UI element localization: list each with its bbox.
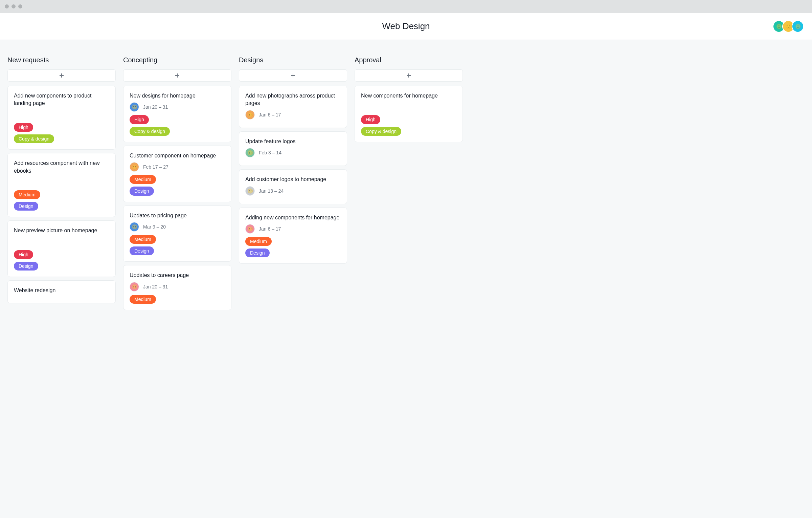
board-column: ConceptingNew designs for homepage🙂Jan 2… [123, 56, 231, 314]
assignee-avatar[interactable]: 🙂 [130, 162, 139, 172]
card-title: Add new components to product landing pa… [14, 92, 109, 107]
card-tags: HighDesign [14, 250, 109, 271]
tag[interactable]: Design [130, 246, 154, 255]
task-card[interactable]: New components for homepageHighCopy & de… [355, 86, 463, 142]
card-date: Jan 6 – 17 [259, 112, 281, 117]
tag[interactable]: Medium [130, 175, 156, 184]
task-card[interactable]: Add new photographs across product pages… [239, 86, 347, 128]
card-meta: 🙂Mar 9 – 20 [130, 222, 225, 232]
card-title: Add resources component with new ebooks [14, 159, 109, 175]
card-spacer [14, 110, 109, 120]
card-tags: HighCopy & design [361, 115, 456, 135]
card-date: Mar 9 – 20 [143, 224, 166, 230]
tag[interactable]: Design [130, 187, 154, 195]
task-card[interactable]: New designs for homepage🙂Jan 20 – 31High… [123, 86, 231, 142]
card-meta: 🙂Feb 3 – 14 [245, 148, 341, 157]
card-date: Jan 20 – 31 [143, 284, 168, 289]
tag[interactable]: Copy & design [361, 127, 401, 136]
card-title: Update feature logos [245, 138, 341, 145]
card-spacer [14, 237, 109, 247]
card-meta: 🙂Feb 17 – 27 [130, 162, 225, 172]
card-meta: 🙂Jan 6 – 17 [245, 224, 341, 234]
column-title: Designs [239, 56, 347, 64]
card-tags: Medium [130, 295, 225, 304]
add-card-button[interactable] [239, 69, 347, 82]
member-avatars[interactable]: 🙂🙂🙂 [775, 20, 804, 33]
card-title: Adding new components for homepage [245, 214, 341, 221]
plus-icon [175, 73, 180, 78]
plus-icon [406, 73, 411, 78]
column-title: New requests [7, 56, 116, 64]
tag[interactable]: High [14, 250, 33, 259]
task-card[interactable]: New preview picture on homepageHighDesig… [7, 220, 116, 277]
assignee-avatar[interactable]: 🙂 [245, 224, 255, 234]
card-date: Feb 17 – 27 [143, 164, 168, 170]
card-tags: MediumDesign [245, 237, 341, 257]
task-card[interactable]: Add resources component with new ebooksM… [7, 153, 116, 217]
card-title: New components for homepage [361, 92, 456, 100]
window-titlebar [0, 0, 812, 13]
column-title: Approval [355, 56, 463, 64]
card-spacer [14, 177, 109, 187]
task-card[interactable]: Update feature logos🙂Feb 3 – 14 [239, 131, 347, 166]
assignee-avatar[interactable]: 🙂 [245, 110, 255, 120]
assignee-avatar[interactable]: 🙂 [245, 148, 255, 157]
board-column: ApprovalNew components for homepageHighC… [355, 56, 463, 146]
card-tags: MediumDesign [130, 235, 225, 255]
assignee-avatar[interactable]: 🙂 [130, 282, 139, 292]
card-tags: HighCopy & design [14, 123, 109, 143]
tag[interactable]: Medium [130, 295, 156, 304]
tag[interactable]: Design [14, 202, 38, 211]
card-title: New preview picture on homepage [14, 227, 109, 234]
column-title: Concepting [123, 56, 231, 64]
tag[interactable]: Copy & design [130, 127, 170, 136]
tag[interactable]: High [14, 123, 33, 132]
tag[interactable]: Medium [14, 190, 40, 199]
tag[interactable]: Medium [245, 237, 272, 246]
task-card[interactable]: Website redesign [7, 280, 116, 303]
task-card[interactable]: Updates to pricing page🙂Mar 9 – 20Medium… [123, 206, 231, 262]
card-meta: 🙂Jan 20 – 31 [130, 102, 225, 112]
card-title: Add new photographs across product pages [245, 92, 341, 107]
board-column: New requestsAdd new components to produc… [7, 56, 116, 307]
board-column: DesignsAdd new photographs across produc… [239, 56, 347, 267]
tag[interactable]: Design [14, 262, 38, 271]
card-date: Feb 3 – 14 [259, 150, 281, 155]
task-card[interactable]: Adding new components for homepage🙂Jan 6… [239, 208, 347, 264]
window-dot [18, 4, 22, 8]
card-meta: 🙂Jan 6 – 17 [245, 110, 341, 120]
add-card-button[interactable] [123, 69, 231, 82]
card-tags: MediumDesign [14, 190, 109, 211]
assignee-avatar[interactable]: 🙂 [130, 102, 139, 112]
card-date: Jan 20 – 31 [143, 104, 168, 110]
tag[interactable]: Design [245, 249, 270, 257]
add-card-button[interactable] [7, 69, 116, 82]
card-title: Website redesign [14, 287, 109, 294]
board: New requestsAdd new components to produc… [0, 40, 812, 314]
card-tags: MediumDesign [130, 175, 225, 195]
tag[interactable]: Medium [130, 235, 156, 244]
card-spacer [361, 102, 456, 112]
avatar[interactable]: 🙂 [792, 20, 804, 33]
plus-icon [59, 73, 64, 78]
task-card[interactable]: Add new components to product landing pa… [7, 86, 116, 150]
card-meta: 🙂Jan 13 – 24 [245, 186, 341, 196]
board-title: Web Design [382, 21, 430, 31]
card-meta: 🙂Jan 20 – 31 [130, 282, 225, 292]
card-title: Updates to careers page [130, 272, 225, 279]
tag[interactable]: High [361, 115, 380, 124]
card-title: Customer component on homepage [130, 152, 225, 159]
task-card[interactable]: Customer component on homepage🙂Feb 17 – … [123, 146, 231, 202]
assignee-avatar[interactable]: 🙂 [245, 186, 255, 196]
card-tags: HighCopy & design [130, 115, 225, 135]
tag[interactable]: Copy & design [14, 134, 54, 143]
assignee-avatar[interactable]: 🙂 [130, 222, 139, 232]
tag[interactable]: High [130, 115, 149, 124]
plus-icon [290, 73, 296, 78]
task-card[interactable]: Updates to careers page🙂Jan 20 – 31Mediu… [123, 265, 231, 310]
board-header: Web Design 🙂🙂🙂 [0, 13, 812, 40]
card-title: New designs for homepage [130, 92, 225, 100]
window-dot [12, 4, 16, 8]
add-card-button[interactable] [355, 69, 463, 82]
task-card[interactable]: Add customer logos to homepage🙂Jan 13 – … [239, 169, 347, 204]
